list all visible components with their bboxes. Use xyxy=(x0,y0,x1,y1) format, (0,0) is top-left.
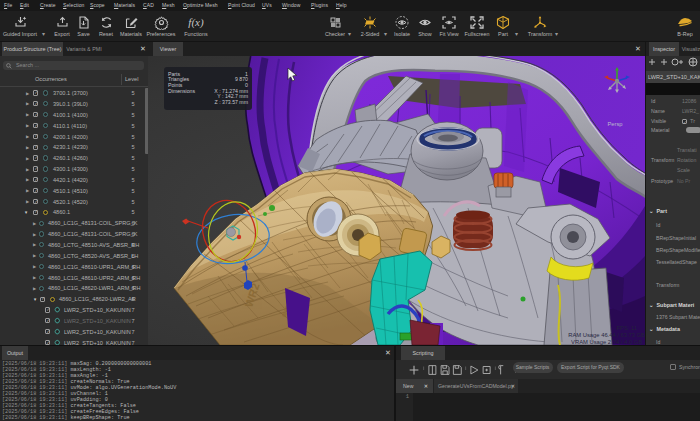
svg-text:FPS: 11: FPS: 11 xyxy=(616,325,637,331)
svg-text:Z : 373.57 mm: Z : 373.57 mm xyxy=(215,99,248,105)
svg-text:Persp: Persp xyxy=(607,121,622,127)
svg-text:Dimensions: Dimensions xyxy=(168,88,196,94)
svg-text:RAM Usage 46.44 / 63.73 GB: RAM Usage 46.44 / 63.73 GB xyxy=(568,332,645,338)
svg-text:f(x): f(x) xyxy=(188,16,204,29)
